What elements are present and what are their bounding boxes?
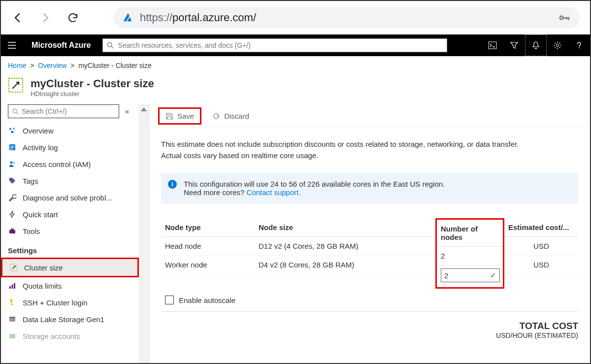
sidebar-item-quota[interactable]: Quota limits <box>1 277 139 294</box>
page-header: myCluster - Cluster size HDInsight clust… <box>1 75 590 104</box>
sidebar-item-iam[interactable]: Access control (IAM) <box>1 156 139 172</box>
svg-rect-2 <box>568 17 569 20</box>
save-button[interactable]: Save <box>162 110 198 122</box>
enable-autoscale-row: Enable autoscale <box>161 289 578 312</box>
svg-point-14 <box>13 128 15 130</box>
svg-line-6 <box>112 46 114 48</box>
table-row: Head node D12 v2 (4 Cores, 28 GB RAM) <box>161 237 435 256</box>
tools-icon <box>8 227 17 235</box>
help-icon[interactable] <box>568 34 590 56</box>
command-bar: Save Discard <box>149 104 590 128</box>
info-box: i This configuration will use 24 to 56 o… <box>161 173 578 203</box>
notifications-icon[interactable] <box>525 34 547 56</box>
hamburger-menu-button[interactable] <box>1 41 23 50</box>
svg-point-5 <box>108 42 112 47</box>
estimate-note: This estimate does not include subscript… <box>161 139 578 161</box>
azure-top-bar: Microsoft Azure <box>1 34 590 56</box>
search-icon <box>107 42 114 49</box>
head-node-cost: USD <box>504 237 578 256</box>
sidebar: « Overview Activity log Access control (… <box>1 104 149 363</box>
sidebar-item-quick-start[interactable]: Quick start <box>1 206 139 223</box>
svg-point-21 <box>13 162 15 164</box>
svg-line-12 <box>17 112 19 114</box>
content-pane: Save Discard This estimate does not incl… <box>149 104 590 363</box>
browser-url-bar[interactable]: https://portal.azure.com/ <box>113 7 580 28</box>
global-search-input[interactable] <box>102 38 447 52</box>
info-icon: i <box>168 180 177 189</box>
svg-point-8 <box>557 44 559 47</box>
svg-rect-22 <box>9 230 15 233</box>
browser-forward-button[interactable] <box>38 11 52 25</box>
browser-back-button[interactable] <box>11 11 25 25</box>
lightning-icon <box>8 210 17 219</box>
sidebar-item-ssh[interactable]: SSH + Cluster login <box>1 294 139 311</box>
check-icon: ✓ <box>490 271 496 280</box>
svg-rect-27 <box>14 283 15 289</box>
sidebar-item-cluster-size[interactable]: Cluster size <box>1 258 139 277</box>
svg-rect-25 <box>9 286 11 289</box>
directory-filter-icon[interactable] <box>503 34 525 56</box>
storage-icon <box>8 315 17 324</box>
sidebar-search-input[interactable] <box>8 104 119 118</box>
svg-rect-30 <box>11 304 13 305</box>
sidebar-item-diagnose[interactable]: Diagnose and solve probl... <box>1 189 139 206</box>
overview-icon <box>8 126 17 135</box>
search-icon <box>12 108 19 115</box>
page-subtitle: HDInsight cluster <box>31 90 154 98</box>
sidebar-item-overview[interactable]: Overview <box>1 122 139 139</box>
sidebar-item-adls[interactable]: Data Lake Storage Gen1 <box>1 311 139 328</box>
svg-rect-23 <box>11 229 14 230</box>
browser-toolbar: https://portal.azure.com/ <box>1 1 590 34</box>
wrench-icon <box>8 193 17 202</box>
discard-icon <box>212 112 220 120</box>
scroll-up-icon <box>141 107 147 111</box>
contact-support-link[interactable]: Contact support. <box>247 188 301 197</box>
brand-label: Microsoft Azure <box>23 41 99 50</box>
browser-reload-button[interactable] <box>66 11 80 25</box>
svg-rect-19 <box>10 149 13 149</box>
svg-rect-26 <box>12 285 13 289</box>
cloud-shell-icon[interactable] <box>482 34 503 56</box>
svg-point-15 <box>11 131 14 133</box>
sidebar-item-activity-log[interactable]: Activity log <box>1 139 139 156</box>
sidebar-item-tools[interactable]: Tools <box>1 223 139 239</box>
discard-button[interactable]: Discard <box>208 110 253 122</box>
page-title: myCluster - Cluster size <box>31 77 154 90</box>
svg-rect-18 <box>10 147 14 148</box>
activity-log-icon <box>8 143 17 152</box>
collapse-sidebar-button[interactable]: « <box>122 107 132 115</box>
svg-rect-3 <box>566 17 567 20</box>
breadcrumb-overview[interactable]: Overview <box>38 62 66 69</box>
col-node-size: Node size <box>255 218 435 237</box>
sidebar-item-storage-accounts[interactable]: Storage accounts <box>1 328 139 344</box>
svg-rect-32 <box>9 317 15 318</box>
enable-autoscale-checkbox[interactable] <box>165 296 174 304</box>
breadcrumb-home[interactable]: Home <box>8 62 26 69</box>
people-icon <box>8 160 17 168</box>
sidebar-scrollbar[interactable] <box>139 104 149 363</box>
resource-icon <box>8 77 24 93</box>
table-row: Worker node D4 v2 (8 Cores, 28 GB RAM) <box>161 256 435 274</box>
save-icon <box>165 112 173 120</box>
storage-account-icon <box>8 331 17 340</box>
svg-rect-17 <box>10 146 14 146</box>
number-of-nodes-column: Number of nodes 2 2 ✓ <box>435 218 504 289</box>
col-estimated-cost: Estimated cost/... <box>504 218 578 237</box>
svg-point-13 <box>9 128 11 130</box>
sidebar-section-settings: Settings <box>1 239 139 258</box>
head-node-count: 2 <box>437 247 503 265</box>
svg-point-4 <box>560 17 562 19</box>
azure-logo-icon <box>122 12 133 23</box>
worker-node-count-input[interactable]: 2 ✓ <box>441 268 500 282</box>
scale-icon <box>9 263 18 272</box>
breadcrumb: Home > Overview > myCluster - Cluster si… <box>1 56 590 75</box>
svg-point-9 <box>579 47 580 48</box>
sidebar-item-tags[interactable]: Tags <box>1 172 139 189</box>
total-cost: TOTAL COST USD/HOUR (ESTIMATED) <box>161 321 578 339</box>
settings-gear-icon[interactable] <box>547 34 568 56</box>
breadcrumb-current: myCluster - Cluster size <box>78 62 152 69</box>
svg-rect-33 <box>9 334 15 338</box>
key-icon <box>8 298 17 307</box>
quota-icon <box>8 281 17 290</box>
worker-node-cost: USD <box>504 256 578 274</box>
